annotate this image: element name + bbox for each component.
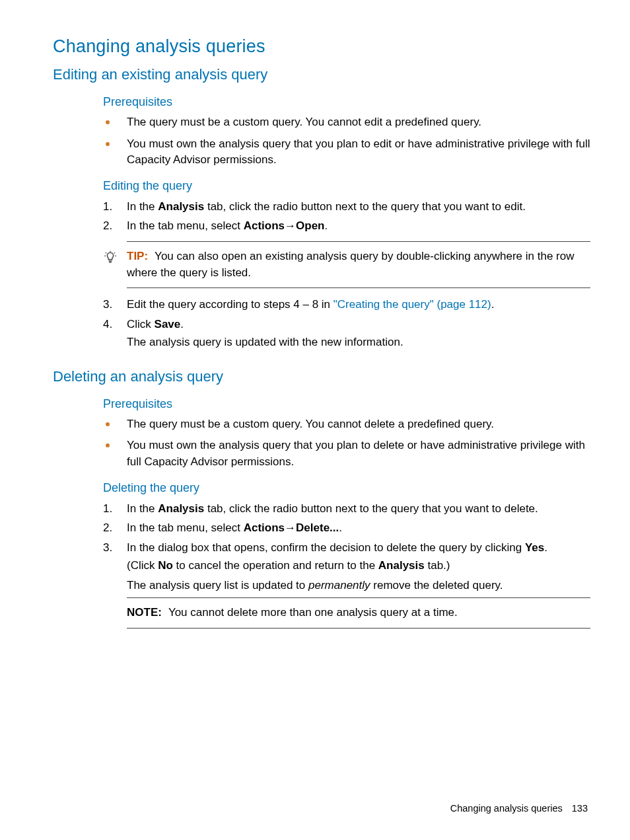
editing-steps-list: In the Analysis tab, click the radio but… [103,198,590,351]
step-item: In the Analysis tab, click the radio but… [103,500,590,517]
step-text: . [491,298,495,311]
tip-callout: TIP:You can also open an existing analys… [127,241,590,288]
page-number: 133 [572,803,588,814]
step-text: tab, click the radio button next to the … [204,200,526,213]
term-delete: Delete... [296,521,339,534]
heading-deleting-the-query: Deleting the query [103,481,590,495]
footer-title: Changing analysis queries [450,803,563,814]
list-item: The query must be a custom query. You ca… [103,114,590,131]
text: to cancel the operation and return to th… [173,559,378,572]
step-text: In the [127,502,158,515]
term-open: Open [296,219,324,232]
page-footer: Changing analysis queries133 [450,803,588,814]
editing-prereq-list: The query must be a custom query. You ca… [103,114,590,169]
note-callout: NOTE:You cannot delete more than one ana… [127,597,590,629]
step-text: tab, click the radio button next to the … [204,502,538,515]
heading-editing-prerequisites: Prerequisites [103,95,590,109]
list-item: You must own the analysis query that you… [103,136,590,169]
term-actions: Actions [244,219,285,232]
step-text: In the [127,200,158,213]
step-text: In the tab menu, select [127,521,244,534]
step-result-text: The analysis query list is updated to pe… [127,577,590,594]
lightbulb-icon [103,248,127,267]
heading-deleting-analysis-query: Deleting an analysis query [53,368,590,385]
svg-line-4 [114,252,115,253]
heading-editing-the-query: Editing the query [103,179,590,193]
term-analysis: Analysis [378,559,425,572]
step-text: . [544,541,547,554]
text: remove the deleted query. [370,579,503,592]
term-permanently: permanently [308,579,370,592]
step-text: . [339,521,342,534]
term-yes: Yes [525,541,544,554]
term-actions: Actions [244,521,285,534]
step-result-text: The analysis query is updated with the n… [127,334,590,351]
term-no: No [158,559,173,572]
text: The analysis query list is updated to [127,579,308,592]
step-text: . [180,318,184,330]
step-item: In the tab menu, select Actions→Delete..… [103,519,590,537]
list-item: You must own the analysis query that you… [103,438,590,470]
note-label: NOTE: [127,606,162,619]
text: tab.) [425,559,450,572]
svg-line-3 [106,252,106,253]
arrow-icon: → [285,521,296,534]
step-text: Click [127,318,155,330]
step-text: In the dialog box that opens, confirm th… [127,541,525,554]
deleting-steps-list: In the Analysis tab, click the radio but… [103,500,590,629]
note-text: You cannot delete more than one analysis… [168,606,458,619]
step-item: In the tab menu, select Actions→Open. [103,217,590,288]
step-item: In the Analysis tab, click the radio but… [103,198,590,215]
deleting-prereq-list: The query must be a custom query. You ca… [103,416,590,471]
term-analysis: Analysis [158,200,204,213]
step-item: In the dialog box that opens, confirm th… [103,539,590,629]
heading-deleting-prerequisites: Prerequisites [103,397,590,411]
list-item: The query must be a custom query. You ca… [103,416,590,433]
tip-text: You can also open an existing analysis q… [127,250,574,279]
heading-editing-existing-query: Editing an existing analysis query [53,66,590,83]
step-item: Click Save. The analysis query is update… [103,316,590,351]
term-analysis: Analysis [158,502,204,515]
document-page: Changing analysis queries Editing an exi… [0,0,630,840]
tip-label: TIP: [127,250,148,262]
step-text: . [325,219,328,232]
step-text: In the tab menu, select [127,219,244,232]
term-save: Save [155,318,181,330]
link-creating-the-query[interactable]: "Creating the query" (page 112) [333,298,491,311]
step-item: Edit the query according to steps 4 – 8 … [103,296,590,313]
heading-changing-analysis-queries: Changing analysis queries [53,36,590,57]
step-note-text: (Click No to cancel the operation and re… [127,557,590,574]
arrow-icon: → [285,219,296,232]
text: (Click [127,559,158,572]
step-text: Edit the query according to steps 4 – 8 … [127,298,333,311]
